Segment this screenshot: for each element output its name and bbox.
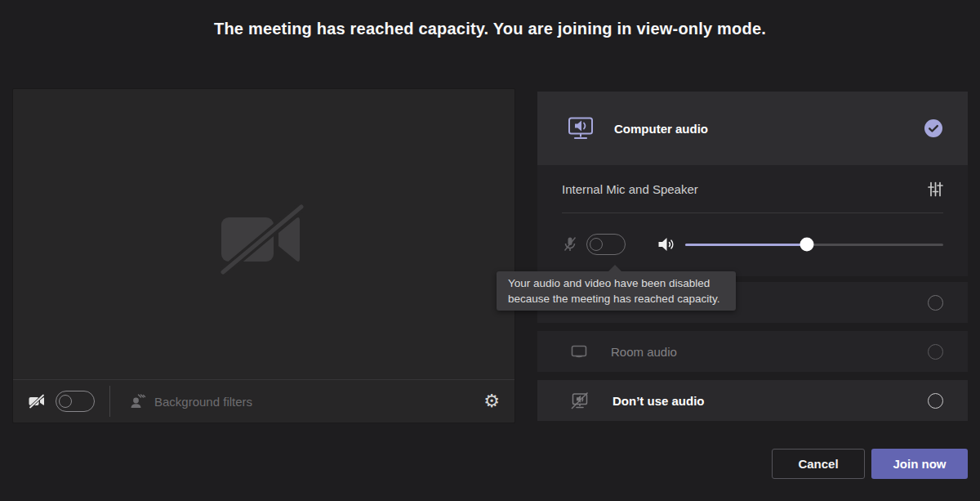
capacity-tooltip: Your audio and video have been disabled … — [497, 271, 736, 311]
computer-audio-icon — [567, 115, 595, 141]
option-room-audio[interactable]: Room audio — [537, 331, 968, 372]
computer-audio-label: Computer audio — [614, 122, 708, 136]
toolbar-divider — [109, 386, 110, 417]
device-settings-icon[interactable] — [928, 181, 943, 197]
preview-toolbar: Background filters ⚙ — [13, 379, 514, 423]
volume-slider[interactable] — [685, 244, 943, 246]
speaker-icon — [657, 235, 675, 253]
radio-no-audio[interactable] — [928, 393, 943, 409]
camera-off-icon — [28, 392, 46, 410]
audio-device-section: Internal Mic and Speaker — [537, 165, 968, 276]
join-now-button[interactable]: Join now — [871, 449, 968, 479]
video-disabled-icon — [215, 202, 313, 277]
capacity-banner: The meeting has reached capacity. You ar… — [0, 20, 980, 38]
tooltip-line-2: because the meeting has reached capacity… — [508, 291, 724, 306]
audio-device-name: Internal Mic and Speaker — [562, 182, 698, 196]
pre-join-screen: The meeting has reached capacity. You ar… — [0, 0, 980, 501]
mic-toggle-knob — [590, 238, 603, 251]
mic-toggle[interactable] — [586, 234, 626, 255]
option-computer-audio[interactable]: Computer audio — [537, 92, 968, 165]
camera-toggle-knob — [59, 395, 72, 408]
gear-icon[interactable]: ⚙ — [483, 392, 500, 410]
room-display-icon — [570, 342, 588, 360]
video-preview: Background filters ⚙ — [12, 88, 515, 423]
option-no-audio[interactable]: Don’t use audio — [537, 380, 968, 421]
mic-off-icon — [562, 236, 578, 253]
background-filters-label[interactable]: Background filters — [154, 395, 252, 409]
no-audio-label: Don’t use audio — [612, 394, 705, 408]
volume-slider-thumb[interactable] — [800, 238, 813, 252]
radio-room-audio[interactable] — [928, 344, 943, 360]
selected-check-icon — [924, 119, 943, 138]
audio-disabled-icon — [570, 391, 590, 410]
cancel-button[interactable]: Cancel — [772, 449, 865, 479]
volume-slider-fill — [685, 244, 807, 246]
camera-toggle[interactable] — [56, 391, 95, 412]
tooltip-line-1: Your audio and video have been disabled — [508, 275, 724, 291]
room-audio-label: Room audio — [611, 345, 677, 359]
radio-phone-audio[interactable] — [928, 295, 943, 311]
background-filters-icon — [130, 393, 146, 409]
